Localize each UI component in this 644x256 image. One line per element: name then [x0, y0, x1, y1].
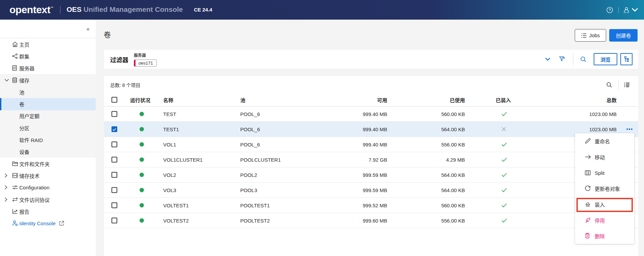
svg-text:?: ?	[609, 7, 611, 12]
